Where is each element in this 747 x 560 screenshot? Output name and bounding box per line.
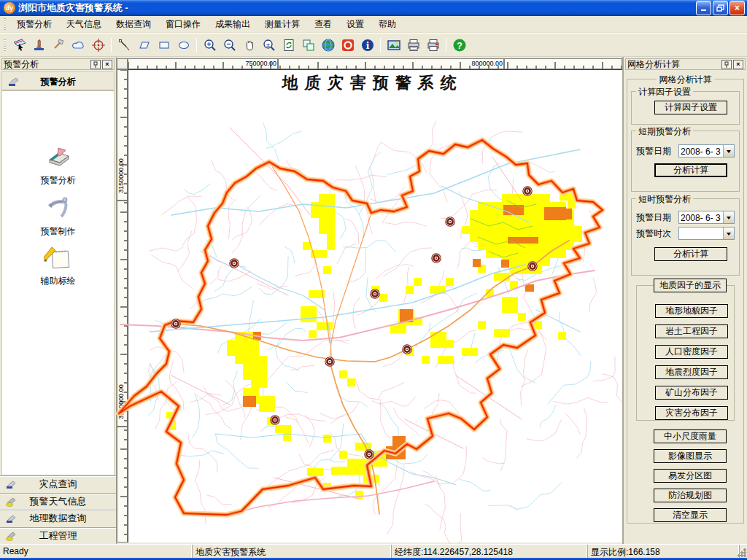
short-term-calc-button[interactable]: 分析计算 bbox=[654, 163, 727, 177]
clear-display-button[interactable]: 清空显示 bbox=[654, 508, 727, 522]
short-time-date-combo[interactable]: 2008- 6- 3 bbox=[678, 211, 735, 224]
toolbar-separator bbox=[380, 38, 381, 52]
info-icon: i bbox=[360, 38, 375, 52]
short-term-date-value: 2008- 6- 3 bbox=[679, 145, 723, 157]
menu-item-settings[interactable]: 设置 bbox=[339, 16, 371, 33]
sidebar-item-project-manage[interactable]: 工程管理 bbox=[0, 527, 116, 545]
image-view-icon bbox=[387, 38, 401, 52]
short-term-groupbox: 短期预警分析 预警日期 2008- 6- 3 分析计算 bbox=[631, 131, 740, 192]
sidebar-item-label: 工程管理 bbox=[0, 529, 116, 542]
short-term-legend: 短期预警分析 bbox=[636, 125, 693, 138]
sidebar-item-warning-make[interactable]: 预警制作 bbox=[2, 195, 114, 238]
toolbar-ellipse-tool[interactable] bbox=[174, 36, 193, 54]
toolbar-zoom-out[interactable] bbox=[220, 36, 239, 54]
toolbar-print[interactable] bbox=[404, 36, 422, 54]
menu-item-result-output[interactable]: 成果输出 bbox=[208, 16, 258, 33]
menu-bar: 预警分析天气信息数据查询窗口操作成果输出测量计算查看设置帮助 bbox=[0, 16, 747, 33]
menu-item-view[interactable]: 查看 bbox=[307, 16, 339, 33]
toolbar-image-view[interactable] bbox=[384, 36, 403, 54]
short-time-phase-value bbox=[679, 228, 723, 239]
toolbar-rectangle-tool[interactable] bbox=[155, 36, 173, 54]
chevron-down-icon[interactable] bbox=[723, 211, 734, 223]
sidebar-item-label: 预警制作 bbox=[2, 225, 114, 238]
menu-item-warning-analysis[interactable]: 预警分析 bbox=[9, 16, 59, 33]
menu-item-help[interactable]: 帮助 bbox=[371, 16, 403, 33]
vertical-ruler: 3150000.003100000.00 bbox=[117, 69, 128, 542]
toolbar-pan-hand[interactable] bbox=[240, 36, 258, 54]
restore-button[interactable] bbox=[713, 1, 728, 15]
menu-item-weather-info[interactable]: 天气信息 bbox=[59, 16, 109, 33]
chevron-down-icon[interactable] bbox=[723, 145, 734, 157]
sidebar-item-warning-analysis[interactable]: 预警分析 bbox=[2, 145, 114, 187]
left-panel-pin-button[interactable] bbox=[90, 60, 101, 69]
resize-grip[interactable] bbox=[740, 545, 747, 558]
pin-icon bbox=[724, 61, 729, 68]
pan-hand-icon bbox=[242, 38, 257, 52]
print-preview-icon bbox=[426, 38, 441, 52]
short-term-date-row: 预警日期 2008- 6- 3 bbox=[636, 144, 735, 158]
toolbar-cloud-tool[interactable] bbox=[69, 36, 88, 54]
population-factor-button[interactable]: 人口密度因子 bbox=[655, 345, 728, 359]
right-panel-close-button[interactable]: × bbox=[733, 60, 743, 69]
toolbar-copy-layers[interactable] bbox=[299, 36, 317, 54]
short-time-calc-button[interactable]: 分析计算 bbox=[654, 247, 727, 261]
prevention-plan-map-button[interactable]: 防治规划图 bbox=[654, 489, 727, 502]
sidebar-item-label: 预警天气信息 bbox=[0, 495, 116, 508]
minimize-icon bbox=[700, 4, 708, 12]
menu-item-measure-calc[interactable]: 测量计算 bbox=[258, 16, 307, 33]
map-drawing[interactable]: 地质灾害预警系统 bbox=[128, 69, 622, 542]
svg-text:3150000.00: 3150000.00 bbox=[117, 158, 125, 193]
toolbar-hammer-tool[interactable] bbox=[50, 36, 68, 54]
short-time-phase-combo[interactable] bbox=[678, 227, 735, 240]
toolbar-info[interactable]: i bbox=[358, 36, 376, 54]
menu-grip[interactable] bbox=[4, 18, 6, 30]
menu-item-data-query[interactable]: 数据查询 bbox=[109, 16, 158, 33]
disaster-factor-button[interactable]: 灾害分布因子 bbox=[655, 406, 728, 420]
sidebar-item-label: 灾点查询 bbox=[0, 478, 116, 491]
terrain-factor-button[interactable]: 地形地貌因子 bbox=[655, 304, 728, 318]
right-panel-pin-button[interactable] bbox=[721, 60, 732, 69]
calc-factor-settings-button[interactable]: 计算因子设置 bbox=[654, 101, 727, 114]
sidebar-item-warning-weather-info[interactable]: 预警天气信息 bbox=[0, 493, 116, 510]
sidebar-item-geo-data-query[interactable]: 地理数据查询 bbox=[0, 510, 116, 527]
toolbar-stop[interactable] bbox=[338, 36, 357, 54]
minimize-button[interactable] bbox=[696, 1, 711, 15]
toolbar-refresh-page[interactable] bbox=[279, 36, 298, 54]
sidebar-item-disaster-query[interactable]: 灾点查询 bbox=[0, 475, 116, 493]
toolbar-polygon-tool[interactable] bbox=[135, 36, 153, 54]
vertical-ruler-ticks: 3150000.003100000.00 bbox=[117, 70, 127, 542]
toolbar-stamp-tool[interactable] bbox=[30, 36, 48, 54]
short-term-date-combo[interactable]: 2008- 6- 3 bbox=[678, 144, 735, 158]
left-panel-close-button[interactable]: × bbox=[102, 60, 112, 69]
toolbar-center-target[interactable] bbox=[89, 36, 107, 54]
refresh-page-icon bbox=[282, 38, 296, 52]
toolbar-separator bbox=[446, 38, 446, 52]
toolbar-globe[interactable] bbox=[319, 36, 337, 54]
toolbar-separator bbox=[111, 38, 112, 52]
help-icon: ? bbox=[452, 38, 467, 52]
seismic-factor-button[interactable]: 地震烈度因子 bbox=[655, 365, 728, 379]
sidebar-item-label: 地理数据查询 bbox=[0, 512, 116, 525]
rain-scale-button[interactable]: 中小尺度雨量 bbox=[654, 429, 727, 443]
restore-icon bbox=[716, 4, 724, 12]
select-map-icon bbox=[12, 38, 27, 52]
toolbar-select-map[interactable] bbox=[10, 36, 28, 54]
status-scale: 显示比例:166.158 bbox=[588, 545, 740, 558]
toolbar-grip[interactable] bbox=[4, 39, 6, 51]
globe-icon bbox=[321, 38, 336, 52]
menu-item-window-ops[interactable]: 窗口操作 bbox=[158, 16, 208, 33]
chevron-down-icon[interactable] bbox=[723, 228, 734, 239]
toolbar-help[interactable]: ? bbox=[450, 36, 468, 54]
toolbar-zoom-in[interactable] bbox=[201, 36, 219, 54]
sidebar-item-aux-plot[interactable]: 辅助标绘 bbox=[2, 244, 114, 287]
left-panel-section-header[interactable]: 预警分析 bbox=[1, 71, 115, 90]
image-display-button[interactable]: 影像图显示 bbox=[654, 449, 727, 463]
geotech-factor-button[interactable]: 岩土工程因子 bbox=[655, 324, 728, 338]
close-button[interactable]: × bbox=[729, 1, 745, 15]
toolbar-line-tool[interactable] bbox=[115, 36, 133, 54]
geo-factor-display-button[interactable]: 地质因子的显示 bbox=[654, 279, 727, 292]
prone-zone-map-button[interactable]: 易发分区图 bbox=[654, 469, 727, 483]
toolbar-print-preview[interactable] bbox=[424, 36, 442, 54]
toolbar-zoom-extent[interactable]: ± bbox=[260, 36, 278, 54]
mine-factor-button[interactable]: 矿山分布因子 bbox=[655, 386, 728, 400]
